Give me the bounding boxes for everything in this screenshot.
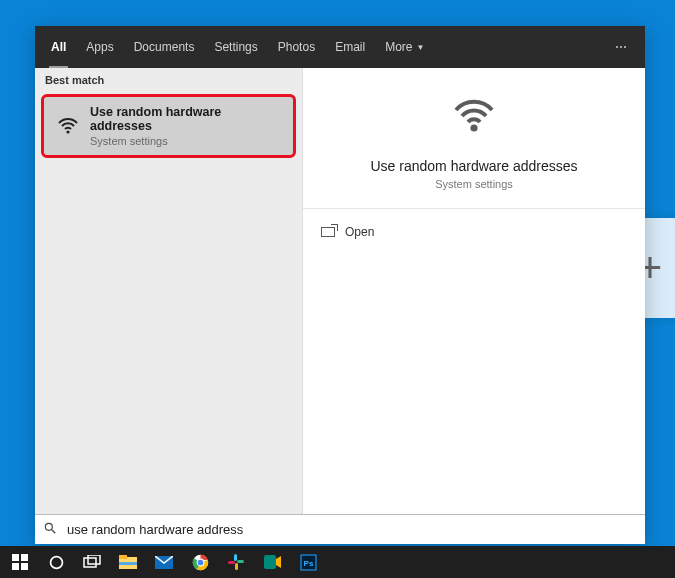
svg-text:Ps: Ps bbox=[303, 559, 313, 568]
svg-rect-9 bbox=[84, 558, 96, 567]
svg-rect-19 bbox=[237, 560, 244, 563]
wifi-icon bbox=[450, 92, 498, 140]
svg-rect-5 bbox=[21, 554, 28, 561]
more-options-icon[interactable]: ⋯ bbox=[615, 40, 629, 54]
svg-line-3 bbox=[52, 529, 56, 533]
svg-rect-12 bbox=[119, 555, 127, 559]
open-action[interactable]: Open bbox=[317, 219, 631, 245]
tab-documents[interactable]: Documents bbox=[124, 26, 205, 68]
open-icon bbox=[321, 227, 335, 237]
meet-icon[interactable] bbox=[256, 547, 288, 577]
result-text: Use random hardware addresses System set… bbox=[90, 105, 281, 147]
preview-title: Use random hardware addresses bbox=[315, 158, 633, 174]
svg-rect-10 bbox=[88, 555, 100, 564]
chrome-icon[interactable] bbox=[184, 547, 216, 577]
taskbar: Ps bbox=[0, 546, 675, 578]
search-body: Best match Use random hardware addresses… bbox=[35, 68, 645, 514]
start-search-panel: All Apps Documents Settings Photos Email… bbox=[35, 26, 645, 544]
slack-icon[interactable] bbox=[220, 547, 252, 577]
tab-apps[interactable]: Apps bbox=[76, 26, 123, 68]
section-best-match: Best match bbox=[35, 68, 302, 92]
svg-rect-4 bbox=[12, 554, 19, 561]
results-list: Best match Use random hardware addresses… bbox=[35, 68, 303, 514]
result-use-random-hardware-addresses[interactable]: Use random hardware addresses System set… bbox=[41, 94, 296, 158]
open-label: Open bbox=[345, 225, 374, 239]
photoshop-icon[interactable]: Ps bbox=[292, 547, 324, 577]
start-button[interactable] bbox=[4, 547, 36, 577]
svg-marker-23 bbox=[276, 556, 281, 568]
search-input[interactable] bbox=[65, 521, 637, 538]
svg-rect-22 bbox=[264, 555, 276, 569]
result-title: Use random hardware addresses bbox=[90, 105, 281, 133]
svg-rect-13 bbox=[119, 562, 137, 565]
search-box-row bbox=[35, 514, 645, 544]
svg-rect-6 bbox=[12, 563, 19, 570]
cortana-search-icon[interactable] bbox=[40, 547, 72, 577]
tab-more[interactable]: More ▼ bbox=[375, 26, 434, 68]
svg-point-0 bbox=[66, 130, 69, 133]
tab-settings[interactable]: Settings bbox=[204, 26, 267, 68]
svg-rect-18 bbox=[234, 554, 237, 561]
result-preview-pane: Use random hardware addresses System set… bbox=[303, 68, 645, 514]
task-view-icon[interactable] bbox=[76, 547, 108, 577]
svg-rect-7 bbox=[21, 563, 28, 570]
tab-photos[interactable]: Photos bbox=[268, 26, 325, 68]
search-filter-tabs: All Apps Documents Settings Photos Email… bbox=[35, 26, 645, 68]
preview-subtitle: System settings bbox=[315, 178, 633, 190]
wifi-icon bbox=[56, 114, 80, 138]
svg-rect-20 bbox=[235, 563, 238, 570]
file-explorer-icon[interactable] bbox=[112, 547, 144, 577]
result-subtitle: System settings bbox=[90, 135, 281, 147]
tab-email[interactable]: Email bbox=[325, 26, 375, 68]
preview-header: Use random hardware addresses System set… bbox=[303, 68, 645, 209]
chevron-down-icon: ▼ bbox=[416, 43, 424, 52]
mail-icon[interactable] bbox=[148, 547, 180, 577]
tab-more-label: More bbox=[385, 40, 412, 54]
svg-point-8 bbox=[50, 556, 62, 568]
svg-point-1 bbox=[470, 124, 477, 131]
search-icon bbox=[43, 521, 57, 539]
svg-rect-21 bbox=[228, 561, 235, 564]
tab-all[interactable]: All bbox=[41, 26, 76, 68]
svg-point-2 bbox=[45, 523, 52, 530]
preview-actions: Open bbox=[303, 209, 645, 255]
